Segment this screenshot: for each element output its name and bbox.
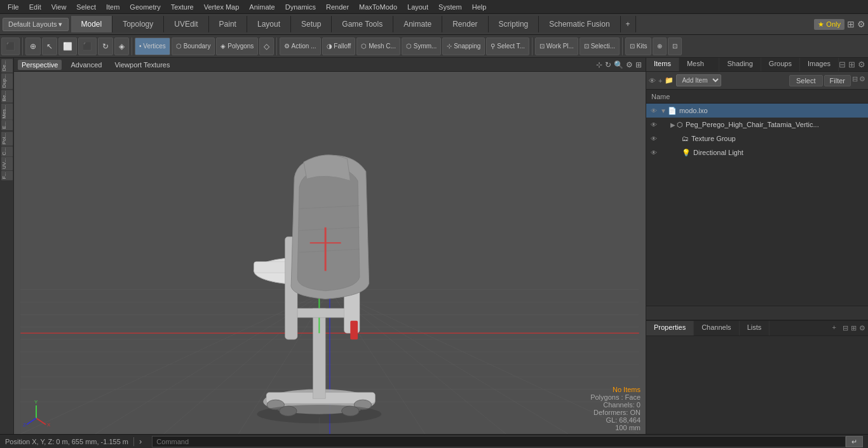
- tree-arrow-mesh[interactable]: ▶: [670, 121, 675, 128]
- sidebar-btn-f[interactable]: F...: [1, 171, 13, 180]
- tree-eye-mesh[interactable]: 👁: [649, 119, 659, 130]
- tb-edge-btn[interactable]: ◇: [259, 37, 274, 55]
- menu-texture[interactable]: Texture: [166, 2, 199, 12]
- props-add-btn[interactable]: +: [827, 321, 841, 336]
- vp-ctrl-rotate[interactable]: ↻: [605, 60, 611, 69]
- command-input[interactable]: [152, 436, 846, 447]
- tb-selecti-btn[interactable]: ⊡ Selecti...: [580, 37, 620, 55]
- tree-arrow-root[interactable]: ▼: [660, 107, 667, 114]
- tb-falloff-btn[interactable]: ◑ Falloff: [322, 37, 356, 55]
- menu-maxtomodo[interactable]: MaxToModo: [354, 2, 402, 12]
- status-arrow[interactable]: ›: [139, 437, 142, 446]
- rt-tab-items[interactable]: Items: [646, 58, 679, 71]
- rt-expand-icon[interactable]: ⊞: [848, 60, 855, 69]
- layout-tab-add[interactable]: +: [621, 16, 636, 32]
- menu-geometry[interactable]: Geometry: [125, 2, 165, 12]
- layout-tab-model[interactable]: Model: [71, 16, 113, 32]
- items-settings-icon[interactable]: ⚙: [859, 75, 865, 86]
- menu-animate[interactable]: Animate: [244, 2, 280, 12]
- tree-item-light[interactable]: 👁 💡 Directional Light: [646, 146, 868, 160]
- tb-select2-btn[interactable]: ⬛: [78, 37, 97, 55]
- menu-help[interactable]: Help: [467, 2, 492, 12]
- items-add-icon[interactable]: +: [658, 77, 662, 85]
- tb-rot-btn[interactable]: ↻: [98, 37, 113, 55]
- sidebar-btn-de[interactable]: De...: [1, 59, 13, 72]
- props-tab-lists[interactable]: Lists: [740, 321, 770, 336]
- sidebar-btn-be[interactable]: Be...: [1, 90, 13, 102]
- tb-snapping-btn[interactable]: ⊹ Snapping: [442, 37, 485, 55]
- tb-selectt-btn[interactable]: ⚲ Select T...: [486, 37, 529, 55]
- tb-expand2-btn[interactable]: ⊕: [653, 37, 667, 55]
- sidebar-btn-dup[interactable]: Dup...: [1, 73, 13, 89]
- rt-tab-mesh[interactable]: Mesh ...: [679, 58, 720, 71]
- layout-tab-paint[interactable]: Paint: [209, 16, 247, 32]
- layout-tab-animate[interactable]: Animate: [393, 16, 442, 32]
- layout-expand-icon[interactable]: ⊞: [847, 19, 855, 29]
- tree-eye-light[interactable]: 👁: [649, 147, 659, 158]
- layout-settings-icon[interactable]: ⚙: [857, 19, 865, 29]
- viewport-canvas[interactable]: No Items Polygons : Face Channels: 0 Def…: [14, 72, 646, 434]
- tb-fullscreen-btn[interactable]: ⊡: [668, 37, 682, 55]
- tb-mesh-btn[interactable]: ⬡ Mesh C...: [356, 37, 400, 55]
- layout-tab-topology[interactable]: Topology: [112, 16, 164, 32]
- tree-eye-root[interactable]: 👁: [649, 105, 659, 116]
- viewport[interactable]: Perspective Advanced Viewport Textures ⊹…: [14, 58, 646, 434]
- menu-edit[interactable]: Edit: [24, 2, 46, 12]
- props-settings-icon[interactable]: ⚙: [859, 324, 865, 332]
- tree-item-texgrp[interactable]: 👁 🗂 Texture Group: [646, 132, 868, 146]
- vp-tab-advanced[interactable]: Advanced: [67, 60, 105, 70]
- layout-tab-uvedit[interactable]: UVEdit: [164, 16, 208, 32]
- scene-tree[interactable]: 👁 ▼ 📄 modo.lxo 👁 ▶ ⬡ Peg_Perego_High_Cha…: [646, 104, 868, 306]
- menu-select[interactable]: Select: [71, 2, 101, 12]
- layout-tab-layout[interactable]: Layout: [247, 16, 291, 32]
- sidebar-btn-mes[interactable]: Mes...: [1, 104, 13, 120]
- rt-tab-groups[interactable]: Groups: [761, 58, 800, 71]
- vp-ctrl-move[interactable]: ⊹: [596, 60, 602, 69]
- sidebar-btn-c[interactable]: C...: [1, 146, 13, 156]
- items-collapse-icon[interactable]: ⊟: [852, 75, 858, 86]
- star-only-button[interactable]: ★ Only: [814, 19, 844, 30]
- layout-dropdown[interactable]: Default Layouts ▾: [3, 18, 69, 31]
- layout-tab-schematic[interactable]: Schematic Fusion: [539, 16, 620, 32]
- items-folder-icon[interactable]: 📁: [665, 76, 674, 85]
- props-collapse-icon[interactable]: ⊟: [843, 324, 848, 332]
- tree-eye-texgrp[interactable]: 👁: [649, 133, 659, 144]
- items-scrollbar[interactable]: [646, 306, 868, 320]
- rt-collapse-icon[interactable]: ⊟: [839, 60, 846, 69]
- sidebar-btn-e[interactable]: E...: [1, 120, 13, 130]
- items-eye-icon[interactable]: 👁: [649, 77, 656, 85]
- items-filter-btn[interactable]: Filter: [824, 75, 851, 86]
- tb-cursor-btn[interactable]: ↖: [42, 37, 57, 55]
- vp-tab-perspective[interactable]: Perspective: [18, 60, 62, 70]
- menu-dynamics[interactable]: Dynamics: [280, 2, 321, 12]
- menu-vertex-map[interactable]: Vertex Map: [199, 2, 245, 12]
- layout-tab-gametools[interactable]: Game Tools: [332, 16, 393, 32]
- tb-expand-btn[interactable]: ⬛: [1, 37, 20, 55]
- menu-render[interactable]: Render: [321, 2, 354, 12]
- rt-settings-icon[interactable]: ⚙: [858, 60, 865, 69]
- props-expand-icon[interactable]: ⊞: [851, 324, 857, 332]
- vp-ctrl-zoom[interactable]: 🔍: [614, 60, 623, 69]
- rt-tab-shading[interactable]: Shading: [719, 58, 761, 71]
- tb-vertices-btn[interactable]: • Vertices: [135, 37, 170, 55]
- tb-symm-btn[interactable]: ⬡ Symm...: [402, 37, 441, 55]
- sidebar-btn-pol[interactable]: Pol...: [1, 132, 13, 146]
- props-tab-channels[interactable]: Channels: [694, 321, 739, 336]
- layout-tab-scripting[interactable]: Scripting: [489, 16, 539, 32]
- tb-action-btn[interactable]: ⚙ Action ...: [280, 37, 320, 55]
- tb-kits-btn[interactable]: ⊡ Kits: [625, 37, 651, 55]
- menu-item[interactable]: Item: [101, 2, 125, 12]
- rt-tab-images[interactable]: Images: [800, 58, 839, 71]
- tb-scale-btn[interactable]: ◈: [114, 37, 129, 55]
- menu-view[interactable]: View: [46, 2, 72, 12]
- tb-boundary-btn[interactable]: ⬡ Boundary: [172, 37, 215, 55]
- menu-layout[interactable]: Layout: [402, 2, 433, 12]
- tb-globe-btn[interactable]: ⊕: [25, 37, 41, 55]
- layout-tab-render[interactable]: Render: [442, 16, 488, 32]
- sidebar-btn-uv[interactable]: UV...: [1, 157, 13, 170]
- props-tab-properties[interactable]: Properties: [646, 321, 694, 336]
- items-select-btn[interactable]: Select: [789, 75, 823, 86]
- tree-item-mesh[interactable]: 👁 ▶ ⬡ Peg_Perego_High_Chair_Tatamia_Vert…: [646, 118, 868, 132]
- menu-file[interactable]: File: [3, 2, 24, 12]
- tb-select1-btn[interactable]: ⬜: [58, 37, 77, 55]
